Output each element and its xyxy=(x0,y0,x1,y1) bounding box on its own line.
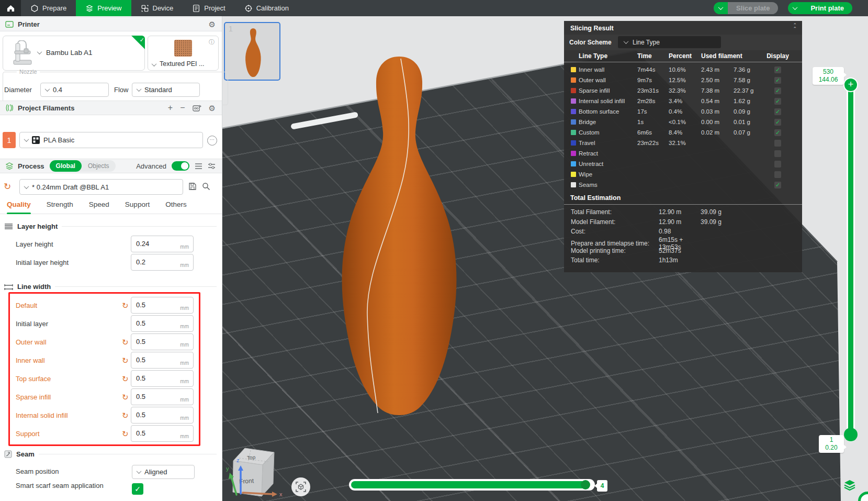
step-slider-fill xyxy=(351,481,587,488)
total-estimation-rows: Total Filament:12.90 m39.09 gModel Filam… xyxy=(571,207,796,265)
info-icon[interactable]: ⓘ xyxy=(209,38,215,46)
diameter-select[interactable]: 0.4 xyxy=(40,83,109,97)
reset-icon[interactable]: ↻ xyxy=(122,302,129,309)
reset-icon[interactable]: ↻ xyxy=(122,430,129,438)
reset-icon[interactable]: ↻ xyxy=(122,375,129,383)
plate-thumbnail-number: 1 xyxy=(229,25,233,33)
print-plate-button[interactable]: Print plate xyxy=(802,2,852,14)
print-plate-group: Print plate xyxy=(788,2,852,14)
scope-global[interactable]: Global xyxy=(50,160,82,172)
reset-icon[interactable]: ↻ xyxy=(122,357,129,364)
layers-icon xyxy=(844,480,855,491)
tab-support[interactable]: Support xyxy=(125,201,150,214)
step-slider[interactable] xyxy=(349,479,595,491)
seam-position-select[interactable]: Aligned xyxy=(132,465,195,479)
nav-tab-calibration[interactable]: Calibration xyxy=(235,0,298,16)
top-layer-value: 530 xyxy=(816,68,841,76)
gear-icon[interactable]: ⚙ xyxy=(209,20,216,28)
display-checkbox[interactable] xyxy=(774,140,781,147)
tab-strength[interactable]: Strength xyxy=(47,201,73,214)
reset-preset-icon[interactable]: ↻ xyxy=(4,182,11,191)
home-button[interactable] xyxy=(0,0,21,16)
setting-input[interactable]: 0.5mm xyxy=(131,297,194,314)
line-type-time: 9m7s xyxy=(637,77,669,83)
display-checkbox[interactable]: ✓ xyxy=(774,77,781,84)
ams-sync-icon[interactable] xyxy=(193,104,201,112)
filament-menu-icon[interactable]: ⋯ xyxy=(207,136,217,146)
layer-slider-bottom-handle[interactable] xyxy=(844,428,858,441)
reset-icon[interactable]: ↻ xyxy=(122,338,129,346)
nav-tab-prepare[interactable]: Prepare xyxy=(21,0,76,16)
display-checkbox[interactable]: ✓ xyxy=(774,87,781,94)
chevron-down-icon xyxy=(624,39,629,44)
list-view-icon[interactable] xyxy=(195,163,202,170)
scarf-seam-checkbox[interactable]: ✓ xyxy=(132,483,143,495)
flow-select[interactable]: Standard xyxy=(132,83,200,97)
scope-objects[interactable]: Objects xyxy=(82,160,116,172)
slice-plate-dropdown[interactable] xyxy=(714,2,728,14)
tune-icon[interactable] xyxy=(208,162,216,170)
plate-thumbnail[interactable]: 1 xyxy=(224,22,280,81)
setting-input[interactable]: 0.5mm xyxy=(131,407,194,424)
preset-select[interactable]: * 0.24mm Draft @BBL A1 xyxy=(19,179,183,195)
nav-tab-device[interactable]: Device xyxy=(131,0,183,16)
reset-icon[interactable]: ↻ xyxy=(122,393,129,401)
step-slider-handle[interactable] xyxy=(581,480,590,489)
filament-slot-badge[interactable]: 1 xyxy=(3,132,16,148)
display-checkbox[interactable]: ✓ xyxy=(774,129,781,136)
plate-slot xyxy=(290,112,358,130)
display-checkbox[interactable] xyxy=(774,171,781,178)
tab-others[interactable]: Others xyxy=(165,201,187,214)
layers-view-button[interactable] xyxy=(844,480,855,493)
bambu-studio-window: PreparePreviewDeviceProjectCalibration S… xyxy=(0,0,868,501)
chevron-down-icon xyxy=(45,86,50,92)
slice-plate-group: Slice plate xyxy=(714,2,778,14)
viewport-3d[interactable]: Top Front z y x 1 Slicing Result ⌃⌃ xyxy=(222,16,868,501)
fit-view-button[interactable] xyxy=(291,477,310,496)
display-checkbox[interactable]: ✓ xyxy=(774,119,781,126)
gear-icon[interactable]: ⚙ xyxy=(209,104,216,112)
filament-select[interactable]: PLA Basic xyxy=(19,132,203,148)
remove-filament-icon[interactable]: − xyxy=(180,103,185,113)
setting-input[interactable]: 0.5mm xyxy=(131,333,194,350)
nav-tab-preview[interactable]: Preview xyxy=(76,0,131,16)
advanced-toggle[interactable] xyxy=(172,161,189,171)
tab-speed[interactable]: Speed xyxy=(89,201,109,214)
line-type-percent: 32.3% xyxy=(669,87,701,94)
view-cube[interactable]: Top Front xyxy=(233,448,274,496)
check-icon: ✓ xyxy=(140,37,144,43)
layer-slider-top-tooltip: 530 144.06 xyxy=(813,67,844,85)
nozzle-legend: Nozzle xyxy=(17,69,40,75)
setting-input[interactable]: 0.5mm xyxy=(131,315,194,332)
printer-card[interactable]: ✓ Bambu Lab A1 xyxy=(3,36,145,71)
display-checkbox[interactable] xyxy=(774,150,781,157)
setting-input[interactable]: 0.5mm xyxy=(131,352,194,369)
add-layer-marker-button[interactable]: + xyxy=(843,77,858,92)
display-checkbox[interactable]: ✓ xyxy=(774,182,781,188)
plate-type-card[interactable]: ⓘ Textured PEI ... xyxy=(148,36,219,71)
print-plate-dropdown[interactable] xyxy=(788,2,802,14)
line-type-name: Internal solid infill xyxy=(579,98,637,104)
display-checkbox[interactable]: ✓ xyxy=(774,98,781,105)
unit-label: mm xyxy=(180,397,189,403)
reset-icon[interactable]: ↻ xyxy=(122,411,129,419)
display-checkbox[interactable]: ✓ xyxy=(774,108,781,115)
layer-height-icon xyxy=(4,223,13,230)
setting-input[interactable]: 0.2mm xyxy=(131,254,194,271)
tab-quality[interactable]: Quality xyxy=(7,201,31,214)
collapse-icon[interactable]: ⌃⌃ xyxy=(793,24,797,31)
nav-tab-project[interactable]: Project xyxy=(183,0,234,16)
add-filament-icon[interactable]: + xyxy=(168,103,173,113)
model-bowling-pin[interactable] xyxy=(342,57,457,415)
setting-input[interactable]: 0.5mm xyxy=(131,370,194,387)
search-icon[interactable] xyxy=(202,182,210,191)
display-checkbox[interactable]: ✓ xyxy=(774,66,781,73)
save-icon[interactable] xyxy=(188,182,197,191)
display-checkbox[interactable] xyxy=(774,161,781,168)
setting-input[interactable]: 0.5mm xyxy=(131,425,194,442)
printer-image xyxy=(10,40,36,66)
setting-input[interactable]: 0.5mm xyxy=(131,388,194,405)
slice-plate-button[interactable]: Slice plate xyxy=(728,2,778,14)
color-scheme-select[interactable]: Line Type xyxy=(618,36,721,48)
setting-input[interactable]: 0.24mm xyxy=(131,236,194,252)
